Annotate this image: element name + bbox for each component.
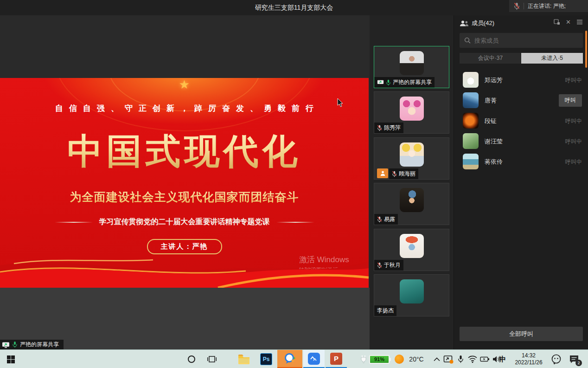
search-icon — [464, 37, 471, 44]
avatar — [400, 188, 424, 212]
calling-status: 呼叫中 — [565, 117, 582, 125]
avatar — [400, 279, 424, 303]
participant-name: 陈秀萍 — [384, 124, 401, 132]
photoshop-icon: Ps — [260, 353, 272, 365]
mic-on-icon — [12, 341, 18, 348]
task-view-button[interactable] — [202, 350, 222, 368]
slide-title: 中国式现代化 — [0, 128, 369, 176]
avatar — [463, 72, 479, 88]
photos-app-icon — [308, 353, 320, 365]
temperature-label[interactable]: 20°C — [406, 350, 427, 368]
participant-name: 顾海丽 — [399, 170, 415, 178]
clock[interactable]: 14:32 2022/11/26 — [509, 350, 548, 368]
person-icon — [380, 170, 386, 176]
notification-center-button[interactable]: 2 — [565, 350, 583, 368]
powerpoint-button[interactable]: P — [326, 350, 347, 368]
meeting-title: 研究生三支部11月支部大会 — [0, 0, 588, 15]
avatar — [463, 113, 479, 129]
battery-percent: 91% — [369, 355, 390, 364]
call-button[interactable]: 呼叫 — [559, 94, 582, 107]
avatar — [400, 142, 424, 167]
member-row[interactable]: 唐菁 呼叫 — [454, 90, 588, 110]
member-row[interactable]: 郑远芳 呼叫中 — [454, 70, 588, 90]
plug-icon — [360, 355, 368, 364]
video-thumbnail-chenxiuping[interactable]: 陈秀萍 — [374, 91, 449, 134]
weather-icon[interactable] — [392, 350, 406, 368]
calling-status: 呼叫中 — [565, 158, 582, 166]
presentation-slide: ★ 自信自强、守正创新，踔厉奋发、勇毅前行 中国式现代化 为全面建设社会主义现代… — [0, 78, 369, 288]
participant-name: 严艳的屏幕共享 — [393, 78, 432, 86]
slide-session-line: 学习宣传贯彻党的二十届大会重要讲话精神专题党课 — [0, 217, 369, 227]
feedback-tray-icon[interactable] — [548, 350, 564, 368]
title-bar: 研究生三支部11月支部大会 正在讲话: 严艳; — [0, 0, 588, 15]
participant-name: 李扬杰 — [377, 307, 394, 315]
avatar — [400, 51, 424, 75]
task-view-icon — [207, 355, 217, 363]
meeting-app-button-active[interactable] — [277, 350, 302, 368]
call-all-button[interactable]: 全部呼叫 — [460, 327, 583, 341]
member-name: 郑远芳 — [485, 76, 503, 84]
meeting-app-icon — [284, 353, 296, 365]
start-button[interactable] — [0, 350, 21, 368]
member-row[interactable]: 段钲 呼叫中 — [454, 110, 588, 131]
cortana-button[interactable] — [182, 350, 201, 368]
panel-scrollbar[interactable] — [585, 31, 587, 68]
tab-not-joined[interactable]: 未进入·5 — [521, 53, 583, 64]
screen-share-chip: 严艳的屏幕共享 — [0, 340, 64, 349]
wifi-tray-icon[interactable] — [466, 350, 479, 368]
battery-widget[interactable]: 91% — [358, 350, 391, 368]
avatar — [400, 234, 424, 258]
video-thumbnail-yilu[interactable]: 易露 — [374, 183, 449, 225]
members-panel: 成员(42) ✕ 会议中·37 — [454, 15, 588, 349]
member-search-box[interactable] — [460, 33, 583, 48]
mic-muted-icon — [392, 171, 397, 177]
ribbon-waves — [0, 252, 369, 288]
video-thumbnail-liyangjie[interactable]: 李扬杰 — [374, 274, 449, 316]
close-icon[interactable]: ✕ — [566, 19, 571, 26]
popout-panel-icon[interactable] — [554, 19, 560, 25]
member-row[interactable]: 谢汪莹 呼叫中 — [454, 131, 588, 151]
circle-icon — [188, 355, 195, 363]
member-name: 蒋依伶 — [485, 158, 503, 166]
mic-muted-icon — [377, 125, 382, 131]
screen-share-label: 严艳的屏幕共享 — [20, 341, 59, 349]
speaking-label: 正在讲话: 严艳; — [528, 2, 566, 10]
cast-tray-icon[interactable] — [441, 350, 455, 368]
tab-in-meeting[interactable]: 会议中·37 — [460, 53, 521, 64]
avatar — [463, 154, 479, 169]
ime-indicator[interactable]: 中 — [495, 350, 510, 368]
avatar — [463, 133, 479, 149]
member-search-input[interactable] — [474, 37, 578, 44]
battery-tray-icon[interactable] — [478, 350, 491, 368]
video-thumbnail-guhaili[interactable]: 顾海丽 — [374, 137, 449, 180]
notification-badge: 2 — [575, 360, 582, 366]
photoshop-button[interactable]: Ps — [256, 350, 276, 368]
avatar — [400, 97, 424, 121]
member-row[interactable]: 蒋依伶 呼叫中 — [454, 151, 588, 172]
file-explorer-button[interactable] — [234, 350, 254, 368]
mic-muted-icon — [377, 262, 382, 269]
members-icon — [460, 20, 469, 27]
divider — [524, 3, 524, 9]
microphone-tray-icon[interactable] — [454, 350, 467, 368]
photos-app-button[interactable] — [303, 350, 325, 368]
meeting-window: 研究生三支部11月支部大会 正在讲话: 严艳; ★ 自信自强、守正创新，踔厉奋发… — [0, 0, 588, 368]
mic-muted-icon — [377, 216, 382, 223]
screen-share-icon — [2, 342, 10, 348]
video-thumbnail-yanyan[interactable]: 严艳的屏幕共享 — [374, 46, 449, 88]
time-label: 14:32 — [522, 352, 536, 359]
menu-icon[interactable] — [576, 19, 583, 25]
video-thumbnail-yuqiuyue[interactable]: 于秋月 — [374, 229, 449, 271]
decorative-line — [55, 222, 93, 223]
folder-icon — [238, 354, 250, 364]
screen-share-icon — [377, 79, 384, 85]
hand-raised-badge — [377, 168, 388, 178]
windows-logo-icon — [7, 355, 15, 363]
chevron-up-icon — [434, 357, 440, 362]
video-thumbnail-strip: 严艳的屏幕共享 陈秀萍 — [370, 15, 454, 349]
participant-name: 于秋月 — [384, 261, 401, 269]
mouse-cursor — [337, 98, 344, 107]
screen-share-view: ★ 自信自强、守正创新，踔厉奋发、勇毅前行 中国式现代化 为全面建设社会主义现代… — [0, 15, 370, 349]
slide-tagline: 自信自强、守正创新，踔厉奋发、勇毅前行 — [0, 103, 369, 114]
speaking-indicator: 正在讲话: 严艳; — [509, 0, 588, 12]
